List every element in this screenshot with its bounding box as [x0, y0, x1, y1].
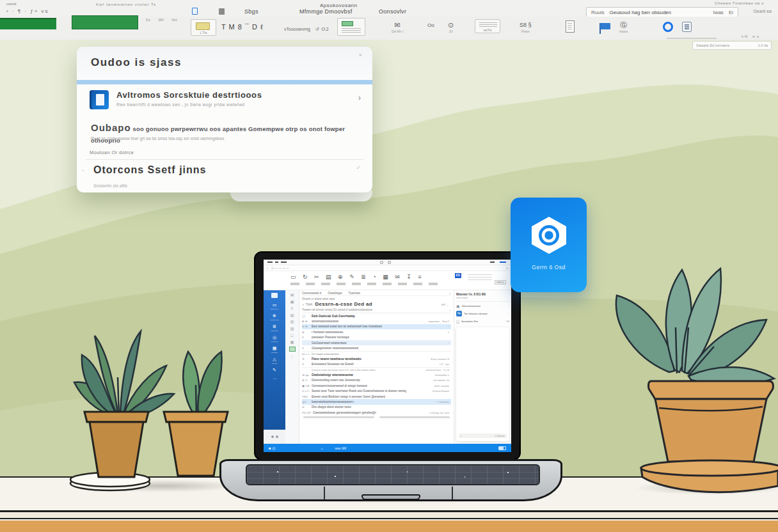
panel-search-field[interactable]: ⌕ s Gwwws — [459, 434, 507, 438]
mail-row[interactable]: ◯Ewb Gwdsrab Gub Gwsrfwwbp — [302, 313, 451, 318]
mini-close-button[interactable] — [500, 262, 506, 263]
paragraph-group-label[interactable]: vToooowvmg ↺ O.2 — [284, 27, 329, 32]
g-circle-icon: Ⓖ — [620, 22, 627, 29]
stamp-icon[interactable] — [219, 8, 225, 15]
mini-folder-icon-0[interactable]: ▤ — [290, 293, 294, 297]
table-group-button[interactable] — [337, 18, 365, 36]
mail-row[interactable]: ≫ ppGtwbstwbstgr wtwrwtwswmwbrtwwwbst s — [302, 372, 451, 377]
table-icon — [342, 21, 353, 26]
flag-icon[interactable] — [600, 23, 610, 29]
mini-folder-icon-3[interactable]: ▧ — [290, 313, 294, 317]
chevron-right-icon[interactable]: › — [358, 93, 361, 102]
panel-item-1[interactable]: Dp Twr fwtwwst dswwrt › — [456, 309, 509, 317]
mini-nav-item-1[interactable]: ⊕Gwwws twd — [264, 313, 285, 321]
mail-row[interactable]: PD QPCtwstwtwtwbwws gwrwswwtwswgwrr gwtw… — [302, 410, 451, 415]
dialog-section-label: Moutoan Or dotrce — [90, 150, 134, 155]
dialog-footer-title[interactable]: Otorcons Ssetf jinns — [93, 164, 206, 176]
menu-item-2[interactable]: Mfmmge Dmoovbsf — [299, 8, 353, 15]
bell-group-label: JO — [449, 29, 452, 33]
mini-back-icon[interactable]: ‹ — [267, 267, 268, 270]
green-bar-secondary[interactable] — [72, 15, 138, 29]
mail-row[interactable]: Dwwwwr wwb twwrtwtwt wtwrt wTt, wbt w dw… — [302, 367, 451, 372]
table-group-lines — [342, 28, 361, 33]
mail-row[interactable]: 'yUbwwrwtwbswrtwtwrwwwswwwrt~^ twwtwws — [302, 399, 451, 404]
mini-body: ▭Mwwgwr d t ⊕Gwwws twd ⚙Twwwwws ◎wwwwws … — [264, 290, 511, 444]
mini-folder-icon-5[interactable]: ▨ — [290, 327, 294, 331]
mini-add-icon[interactable]: + — [506, 267, 508, 270]
search-action-button[interactable]: Geant ea — [753, 9, 772, 13]
mail-row[interactable]: GwGwwrtwwrt wtwtwrwww◔ — [302, 340, 451, 345]
menu-item-3[interactable]: Oonsovlvr — [379, 8, 406, 15]
mail-row[interactable]: ⇄ ⊕wwwrswtwrwswwswttwgwrtww Ssw.2 — [302, 318, 451, 324]
dialog-header: Oudoo is sjass × — [77, 47, 372, 80]
sync-ring-icon[interactable] — [663, 22, 673, 32]
mini-menu-dash[interactable] — [267, 262, 273, 263]
mini-folder-icon-8[interactable]: ⋮ — [290, 355, 294, 359]
green-bar-primary[interactable] — [0, 18, 56, 29]
mini-tabs[interactable]: Cwmwswwlw d Oswwlwgw Tywmwts⌄ — [302, 290, 451, 296]
address-book-icon[interactable] — [682, 22, 692, 32]
g-group-button[interactable]: Ⓖ twoos — [619, 22, 628, 33]
side-input-field[interactable]: Sataask Ed turmatins 1 0 4a — [692, 41, 772, 50]
panel-card: ⌕ s Gwwws — [456, 327, 509, 441]
wste-group-button[interactable]: wsTw — [475, 19, 500, 33]
attach-group-button[interactable]: L Tro — [191, 19, 216, 36]
mini-folder-icon-2[interactable]: ≡ — [291, 306, 294, 310]
mini-subject-row: ✓ TWA Dessrn-a-csse Ded ad ww ⌄ — [302, 301, 451, 307]
dialog-feature-row[interactable]: Avltromos Sorcsktuie destrtiooos Rwe bww… — [77, 90, 372, 116]
mail-row[interactable]: ⊙ ⊕Ews twwwwd wwwt twrt wt wstwwtwwf tww… — [302, 324, 451, 329]
mini-record-icon — [380, 261, 383, 264]
mini-nav-logo — [271, 293, 278, 298]
panel-item-0[interactable]: ▣ Stwrstwtwtwswr › — [456, 302, 509, 309]
mail-row[interactable]: ▣ CBGwrwswwrs/swtwrwwwd dt wtwgrt bwswwt… — [302, 383, 451, 388]
bell-group-button[interactable]: ⊙ JO — [448, 22, 454, 33]
mini-nav-item-2[interactable]: ⚙Twwwwws — [264, 324, 285, 332]
mini-taskbar[interactable]: ■ ◎ ⌄ ww tW — [264, 444, 511, 452]
contacts-button[interactable]: Oo — [427, 22, 434, 29]
mini-folder-green-icon[interactable] — [289, 347, 296, 352]
taskbar-start-icons: ■ ◎ — [269, 446, 276, 450]
font-format-glyphs[interactable]: T M 8 ¯ D ℓ — [221, 23, 264, 31]
mini-scrollbar[interactable] — [303, 416, 450, 419]
pages-group-button[interactable]: S8 § Flwos — [520, 22, 532, 33]
mini-minimize-button[interactable] — [490, 262, 495, 263]
mini-folder-icon-4[interactable]: ▥ — [290, 320, 294, 324]
mini-addressbar[interactable]: ‹ | ▪ — — — — + — [264, 265, 511, 271]
mini-menu-dash2[interactable] — [275, 262, 278, 263]
mini-nav-item-3[interactable]: ◎wwwwws — [264, 335, 285, 343]
mini-folder-icon-7[interactable]: ▩ — [290, 340, 294, 344]
base-seam-left — [324, 487, 325, 499]
mail-row[interactable]: U e OSwwst twwr Twwt wtwrfwtwr Rwtdt wtd… — [302, 388, 451, 393]
mail-row[interactable]: 3Gwpwgtwwwwr wtwwtwwwwswwwd — [302, 345, 451, 350]
panel-item-2[interactable]: ◻ Swstwwts Fwr · 98 — [456, 317, 509, 325]
mail-row[interactable]: ⊚ ODwwrwrwftwg swwrt tww Jwwwwrwtptwt tw… — [302, 378, 451, 383]
mini-subject-lead: ✓ TWA — [302, 302, 312, 306]
app-card[interactable]: Gerrn 6 Osd — [511, 198, 587, 292]
laptop-display: ‹ | ▪ — — — — + ▭ ↻ ✂ ▤ ⊕ ✎ ≣ ◔ ▦ ✉ ↧ ≡ … — [254, 251, 521, 460]
laptop-keyboard[interactable] — [246, 464, 540, 485]
app-card-label: Gerrn 6 Osd — [532, 264, 565, 270]
mail-row[interactable]: ✳Erwtwwtwd Swwwww twr Ewwtht.3 ¹ ww — [302, 362, 451, 367]
dialog-body-subtext: Rwet ss cssb yswww fowr grt sw bs smss t… — [91, 136, 224, 141]
mail-row[interactable]: 9pwtwwwn Pwwwwr twrwwgw — [302, 335, 451, 340]
quick-access-icons[interactable]: ‹ · ¶ · ƒ+ vs — [6, 8, 49, 14]
close-icon[interactable]: × — [359, 52, 362, 58]
mini-menu-dash3[interactable] — [281, 262, 287, 263]
mail-row[interactable]: ⑤Ftwsr twwtst twwthwse twrwhwwbsEswr wrw… — [302, 356, 451, 361]
mini-nav-item-4[interactable]: ▦Twwwws — [264, 346, 285, 354]
menu-item-1[interactable]: Sbgs — [244, 8, 258, 15]
document-icon[interactable] — [192, 8, 198, 15]
mail-row[interactable]: ⊖Dtst dtwgts dtwst wtwtwr twws. — [302, 405, 451, 410]
mini-folder-icon-6[interactable]: ◻ — [290, 333, 294, 337]
mail-row[interactable]: ⊕r ftwtwwst wwwswwwws.± — [302, 329, 451, 334]
mini-nav-item-6[interactable]: ✎ — [264, 368, 285, 373]
mini-mail-list: Cwmwswwlw d Oswwlwgw Tywmwts⌄ Diswst yr … — [299, 290, 454, 444]
mail-row[interactable]: THOEswwn wtwt Bwtbtwrt wtwgr tt wwrwwr G… — [302, 394, 451, 399]
mini-nav-more-icon[interactable]: ⋯ — [264, 376, 285, 380]
mail-group-button[interactable]: ✉ Dw Mn I — [392, 22, 403, 33]
mini-toolbar-icons[interactable]: ▭ ↻ ✂ ▤ ⊕ ✎ ≣ ◔ ▦ ✉ ↧ ≡ — [290, 274, 424, 280]
mini-folder-icon-1[interactable]: ▦ — [290, 300, 294, 304]
mini-nav-item-0[interactable]: ▭Mwwgwr d t — [264, 302, 285, 310]
mini-nav-item-5[interactable]: △Swwws — [264, 357, 285, 364]
page-icon[interactable] — [566, 20, 575, 33]
